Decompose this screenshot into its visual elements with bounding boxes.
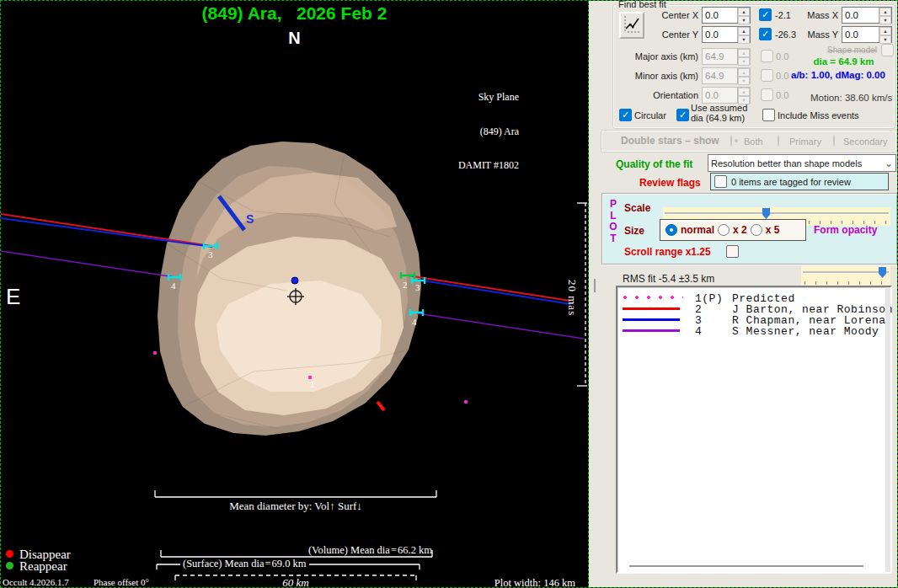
list-item[interactable]: 2 J Barton, near Robinson (617, 303, 890, 314)
spinner-up-icon: ▲ (738, 68, 750, 77)
shape-model-checkbox (881, 44, 894, 56)
spinner-up-icon: ▲ (738, 88, 750, 96)
major-axis-label: Major axis (km) (612, 51, 698, 61)
include-miss-label: Include Miss events (778, 110, 859, 120)
sky-plane-plot[interactable]: (849) Ara, 2026 Feb 2 N Sky Plane (849) … (1, 1, 589, 588)
mass-x-value[interactable]: 0.0 (845, 10, 879, 20)
circular-checkbox[interactable]: ✓ (619, 109, 632, 121)
version-label: Occult 4.2026.1.7 (3, 577, 69, 587)
horizontal-scrollbar[interactable] (629, 565, 863, 567)
info-object: (849) Ara (363, 126, 519, 138)
size-x5-radio[interactable] (751, 224, 762, 236)
size-x2-label: x 2 (733, 224, 747, 236)
center-x-spinner[interactable]: ▲▼ (737, 8, 750, 23)
major-axis-checkbox (761, 50, 773, 62)
center-x-input[interactable]: 0.0 ▲▼ (702, 7, 751, 24)
plot-letter: L (608, 211, 618, 222)
plot-letter: O (608, 222, 618, 233)
occult-window: (849) Ara, 2026 Feb 2 N Sky Plane (849) … (0, 0, 898, 588)
major-axis-input: 64.9 ▲▼ (702, 48, 751, 65)
size-label: Size (624, 225, 644, 237)
predicted-line-swatch (623, 295, 683, 300)
mass-y-spinner[interactable]: ▲▼ (879, 27, 891, 42)
chord-label-2-right: 2 (403, 281, 408, 290)
size-x2-radio[interactable] (718, 224, 730, 236)
form-opacity-label: Form opacity (814, 224, 877, 236)
vertical-scrollbar[interactable] (885, 287, 890, 572)
spinner-down-icon[interactable]: ▼ (738, 35, 750, 44)
form-opacity-slider-thumb[interactable] (879, 267, 886, 278)
scroll-range-checkbox[interactable] (726, 245, 739, 258)
center-y-checkbox[interactable]: ✓ (759, 28, 772, 40)
plot-width-label: Plot width: 146 km (405, 577, 575, 588)
spinner-down-icon[interactable]: ▼ (879, 16, 891, 24)
north-label: N (1, 29, 588, 48)
use-assumed-checkbox[interactable]: ✓ (676, 109, 689, 121)
double-primary-label: Primary (789, 136, 821, 147)
rms-fit-label: RMS fit -5.4 ±3.5 km (623, 273, 714, 285)
review-flags-checkbox[interactable] (714, 175, 727, 188)
mass-y-input[interactable]: 0.0 ▲▼ (842, 26, 892, 43)
disappear-event-tick (377, 402, 384, 410)
minor-axis-input: 64.9 ▲▼ (702, 67, 751, 84)
orientation-value: 0.0 (705, 90, 737, 100)
scale-slider-thumb[interactable] (762, 208, 770, 219)
use-assumed-label: Use assumed dia (64.9 km) (691, 104, 747, 123)
form-opacity-slider[interactable] (801, 266, 890, 286)
spinner-up-icon[interactable]: ▲ (879, 27, 891, 35)
double-secondary-label: Secondary (843, 136, 888, 147)
volume-mean-dia-label: (Volume) Mean dia = 66.2 km (169, 544, 432, 557)
size-x5-label: x 5 (766, 224, 780, 236)
circular-label: Circular (634, 110, 666, 120)
mass-x-spinner[interactable]: ▲▼ (879, 8, 891, 23)
size-normal-label: normal (681, 224, 714, 236)
chord-label-3-left: 3 (208, 250, 213, 259)
observer-list[interactable]: 1(P) Predicted 2 J Barton, near Robinson… (616, 286, 892, 574)
chord-label-4-right: 4 (412, 318, 417, 327)
motion-readout: Motion: 38.60 km/s (810, 93, 892, 103)
spinner-up-icon[interactable]: ▲ (879, 8, 891, 16)
chord-label-4-left: 4 (171, 281, 176, 291)
list-item[interactable]: 4 S Messner, near Moody (617, 325, 890, 336)
list-item[interactable]: 1(P) Predicted (617, 292, 890, 303)
observer-number: 4 (695, 325, 702, 338)
mass-y-value[interactable]: 0.0 (845, 29, 879, 40)
mean-diameter-caption: Mean diameter by: Vol↑ Surf↓ (43, 500, 548, 513)
slider-track (803, 271, 889, 274)
plot-letter: T (608, 233, 618, 245)
include-miss-checkbox[interactable] (762, 109, 775, 121)
spinner-up-icon[interactable]: ▲ (738, 8, 750, 16)
spinner-down-icon[interactable]: ▼ (879, 35, 891, 44)
double-primary-radio (778, 135, 779, 147)
slider-ticks (804, 281, 887, 285)
orientation-checkbox (761, 88, 773, 101)
surface-mean-dia-label: (Surface) Mean dia = 69.0 km (180, 558, 309, 570)
mass-x-input[interactable]: 0.0 ▲▼ (842, 7, 892, 24)
center-y-spinner[interactable]: ▲▼ (737, 27, 750, 42)
spinner-down-icon: ▼ (738, 77, 750, 85)
splitter-handle[interactable] (594, 279, 596, 292)
control-panel: Find best fit Center X 0.0 ▲▼ ✓ -2.1 Mas… (589, 1, 898, 588)
spinner-down-icon[interactable]: ▼ (738, 16, 750, 24)
plot-vertical-label: P L O T (608, 199, 618, 244)
chevron-down-icon[interactable]: ⌄ (885, 158, 893, 169)
plot-letter: P (608, 199, 618, 211)
minor-axis-label: Minor axis (km) (612, 71, 698, 81)
center-y-input[interactable]: 0.0 ▲▼ (702, 26, 751, 43)
quality-dropdown[interactable]: Resolution better than shape models ⌄ (708, 154, 896, 172)
center-x-offset: -2.1 (775, 10, 791, 20)
center-x-value[interactable]: 0.0 (705, 10, 737, 20)
plot-title: (849) Ara, 2026 Feb 2 (1, 3, 588, 24)
phase-offset-label: Phase offset 0° (94, 577, 149, 587)
list-item[interactable]: 3 R Chapman, near Lorena (617, 314, 890, 325)
south-pole-label: S (246, 212, 254, 226)
center-x-checkbox[interactable]: ✓ (759, 8, 772, 21)
quality-value[interactable]: Resolution better than shape models (711, 158, 862, 168)
center-y-value[interactable]: 0.0 (705, 29, 737, 40)
sky-plane-info: Sky Plane (849) Ara DAMIT #1802 (363, 69, 519, 195)
spinner-up-icon[interactable]: ▲ (738, 27, 750, 35)
size-option-box: normal x 2 x 5 (660, 219, 806, 241)
major-axis-spinner: ▲▼ (737, 49, 750, 64)
size-normal-radio[interactable] (665, 224, 677, 236)
double-secondary-radio (833, 135, 835, 147)
